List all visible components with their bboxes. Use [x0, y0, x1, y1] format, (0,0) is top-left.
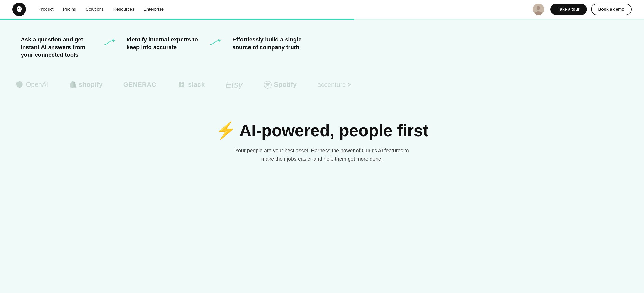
take-tour-button[interactable]: Take a tour: [550, 4, 587, 15]
ai-subtitle: Your people are your best asset. Harness…: [231, 146, 413, 163]
logos-section: OpenAI shopify GENERAC: [0, 69, 644, 105]
avatar: [533, 4, 544, 15]
svg-point-7: [182, 85, 184, 87]
logo-slack: slack: [177, 80, 205, 89]
hero-feature-2-text: Identify internal experts to keep info a…: [127, 36, 199, 51]
logo-accenture-text: accenture: [317, 81, 346, 88]
ai-title: ⚡ AI-powered, people first: [5, 121, 639, 140]
svg-rect-8: [181, 83, 182, 84]
logo-spotify-text: Spotify: [274, 81, 297, 89]
logo-generac-text: GENERAC: [123, 81, 156, 88]
navbar: Product Pricing Solutions Resources Ente…: [0, 0, 644, 19]
logo-slack-text: slack: [188, 81, 205, 89]
logo-shopify: shopify: [69, 80, 102, 89]
ai-title-text: AI-powered, people first: [239, 121, 428, 140]
logo-openai-text: OpenAI: [26, 81, 48, 89]
logo-accenture: accenture: [317, 81, 354, 88]
logo[interactable]: [12, 3, 26, 16]
logo-generac: GENERAC: [123, 81, 156, 88]
nav-resources[interactable]: Resources: [113, 7, 134, 12]
logo-openai: OpenAI: [16, 81, 48, 89]
hero-feature-2: Identify internal experts to keep info a…: [127, 36, 199, 51]
svg-point-5: [182, 82, 184, 84]
nav-actions: Take a tour Book a demo: [550, 4, 632, 15]
hero-section: Ask a question and get instant AI answer…: [0, 20, 644, 69]
nav-product[interactable]: Product: [38, 7, 54, 12]
hero-feature-1-text: Ask a question and get instant AI answer…: [21, 36, 93, 59]
hero-features: Ask a question and get instant AI answer…: [21, 36, 623, 59]
hero-feature-3-text: Effortlessly build a single source of co…: [232, 36, 305, 51]
arrow-icon-1: [104, 38, 116, 48]
nav-links: Product Pricing Solutions Resources Ente…: [38, 7, 529, 12]
svg-point-4: [179, 82, 181, 84]
logo-shopify-text: shopify: [79, 81, 102, 89]
svg-rect-10: [183, 84, 184, 85]
nav-solutions[interactable]: Solutions: [86, 7, 104, 12]
logo-etsy-text: Etsy: [226, 80, 243, 90]
book-demo-button[interactable]: Book a demo: [591, 4, 632, 15]
svg-point-6: [179, 85, 181, 87]
ai-section: ⚡ AI-powered, people first Your people a…: [0, 105, 644, 184]
hero-feature-1: Ask a question and get instant AI answer…: [21, 36, 93, 59]
hero-feature-3: Effortlessly build a single source of co…: [232, 36, 305, 51]
logos-row: OpenAI shopify GENERAC: [0, 80, 644, 90]
logo-etsy: Etsy: [226, 80, 243, 90]
svg-rect-9: [179, 84, 181, 85]
nav-enterprise[interactable]: Enterprise: [144, 7, 164, 12]
arrow-icon-2: [210, 38, 222, 48]
svg-point-2: [537, 6, 540, 10]
svg-rect-11: [181, 86, 182, 87]
bolt-icon: ⚡: [216, 121, 236, 140]
nav-pricing[interactable]: Pricing: [63, 7, 77, 12]
logo-spotify: Spotify: [264, 81, 297, 89]
svg-rect-0: [18, 11, 20, 12]
